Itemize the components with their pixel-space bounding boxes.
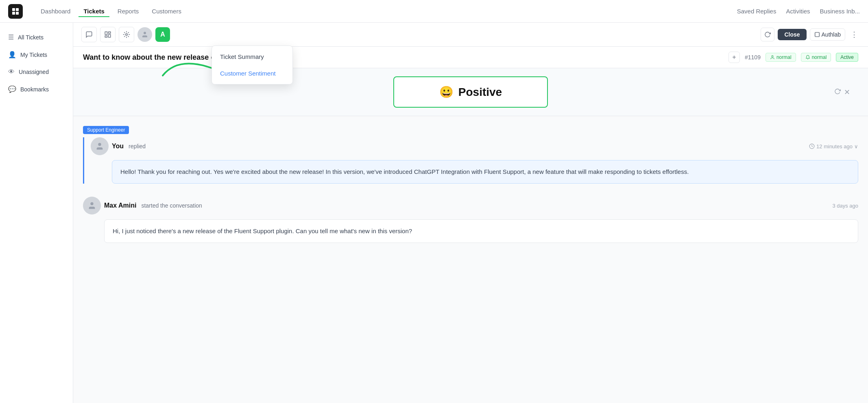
svg-rect-6 [109, 35, 111, 37]
add-tab-button[interactable]: + [728, 52, 740, 63]
authlab-button[interactable]: Authlab [810, 28, 845, 41]
toolbar-right: Close Authlab ⋮ [761, 28, 860, 41]
dropdown-customer-sentiment[interactable]: Customer Sentiment [212, 65, 292, 82]
svg-rect-2 [12, 12, 15, 15]
urgency-badge-bell: normal [801, 53, 831, 62]
authlab-label: Authlab [822, 31, 841, 38]
customer-action: started the conversation [141, 202, 202, 209]
svg-rect-5 [109, 32, 111, 33]
support-message-body: Hello! Thank you for reaching out. Yes w… [112, 160, 858, 184]
sentiment-row: 😀 Positive ✕ [83, 76, 858, 108]
support-avatar [91, 137, 109, 155]
customer-time: 3 days ago [832, 203, 858, 209]
svg-point-13 [98, 143, 101, 146]
all-tickets-icon: ☰ [8, 33, 14, 41]
message-customer: Max Amini started the conversation 3 day… [83, 197, 858, 243]
sidebar-label-all-tickets: All Tickets [18, 34, 44, 41]
svg-point-9 [144, 32, 146, 34]
svg-point-15 [90, 202, 93, 205]
sidebar-item-bookmarks[interactable]: 💬 Bookmarks [3, 81, 70, 97]
unassigned-icon: 👁 [8, 68, 15, 76]
layout: ☰ All Tickets 👤 My Tickets 👁 Unassigned … [0, 23, 868, 403]
toolbar: A Ticket Summary Customer Sentiment [73, 23, 868, 47]
sidebar-item-all-tickets[interactable]: ☰ All Tickets [3, 29, 70, 45]
messages-area: Support Engineer You replied [73, 116, 868, 403]
sentiment-close-button[interactable]: ✕ [844, 88, 850, 97]
svg-rect-1 [16, 8, 19, 11]
nav-dashboard[interactable]: Dashboard [36, 5, 75, 17]
main-content: A Ticket Summary Customer Sentiment [73, 23, 868, 403]
support-time: 12 minutes ago ∨ [809, 143, 858, 150]
ticket-title: Want to know about the new release of Fl… [83, 53, 724, 62]
saved-replies-link[interactable]: Saved Replies [737, 8, 776, 15]
ai-avatar-button[interactable]: A [155, 27, 170, 42]
more-options-button[interactable]: ⋮ [848, 29, 860, 40]
nav-tickets[interactable]: Tickets [79, 5, 109, 17]
nav-links: Dashboard Tickets Reports Customers [36, 5, 724, 17]
nav-right: Saved Replies Activities Business Inb... [737, 8, 860, 15]
business-inbox-link[interactable]: Business Inb... [820, 8, 860, 15]
priority-label: normal [776, 54, 792, 60]
sidebar-label-my-tickets: My Tickets [20, 52, 47, 58]
close-button[interactable]: Close [778, 29, 806, 40]
support-engineer-tag: Support Engineer [83, 126, 129, 134]
layout-button[interactable] [100, 27, 116, 42]
svg-rect-7 [105, 36, 107, 37]
message-header-support: You replied 12 minutes ago ∨ [91, 137, 858, 155]
ai-avatar-letter: A [160, 31, 165, 38]
dropdown-menu: Ticket Summary Customer Sentiment [212, 46, 293, 84]
support-action: replied [129, 143, 146, 150]
svg-rect-11 [815, 32, 819, 37]
sidebar-label-unassigned: Unassigned [19, 69, 49, 75]
support-message-content: You replied 12 minutes ago ∨ Hello! Than… [83, 137, 858, 184]
svg-rect-0 [12, 8, 15, 11]
svg-point-12 [772, 56, 773, 57]
my-tickets-icon: 👤 [8, 51, 16, 58]
customer-avatar [83, 197, 101, 214]
user-avatar[interactable] [137, 27, 152, 42]
sidebar-item-unassigned[interactable]: 👁 Unassigned [3, 64, 70, 80]
sentiment-refresh-button[interactable] [834, 88, 841, 96]
message-support: Support Engineer You replied [83, 126, 858, 184]
sentiment-emoji: 😀 [439, 85, 454, 99]
urgency-label: normal [812, 54, 827, 60]
ticket-header: Want to know about the new release of Fl… [73, 47, 868, 68]
sentiment-area: 😀 Positive ✕ [73, 68, 868, 116]
svg-point-8 [126, 34, 128, 36]
nav-reports[interactable]: Reports [113, 5, 144, 17]
sidebar: ☰ All Tickets 👤 My Tickets 👁 Unassigned … [0, 23, 73, 403]
sentiment-label: Positive [458, 86, 502, 99]
customer-message-body: Hi, I just noticed there's a new release… [104, 219, 858, 243]
svg-rect-4 [105, 32, 107, 35]
message-header-customer: Max Amini started the conversation 3 day… [83, 197, 858, 214]
sentiment-result-box: 😀 Positive [393, 76, 548, 108]
svg-rect-3 [16, 12, 19, 15]
refresh-button[interactable] [761, 28, 774, 41]
status-badge: Active [836, 53, 858, 62]
nav-customers[interactable]: Customers [147, 5, 186, 17]
priority-badge-person: normal [765, 53, 796, 62]
ticket-id: #1109 [745, 54, 761, 61]
customer-author: Max Amini [104, 202, 136, 209]
sidebar-label-bookmarks: Bookmarks [20, 86, 49, 93]
bookmarks-icon: 💬 [8, 85, 16, 93]
sidebar-item-my-tickets[interactable]: 👤 My Tickets [3, 47, 70, 63]
support-author: You [112, 143, 124, 150]
chat-view-button[interactable] [81, 27, 97, 42]
ai-button[interactable] [119, 27, 134, 42]
dropdown-ticket-summary[interactable]: Ticket Summary [212, 48, 292, 65]
activities-link[interactable]: Activities [786, 8, 810, 15]
top-nav: Dashboard Tickets Reports Customers Save… [0, 0, 868, 23]
app-logo [8, 4, 23, 19]
